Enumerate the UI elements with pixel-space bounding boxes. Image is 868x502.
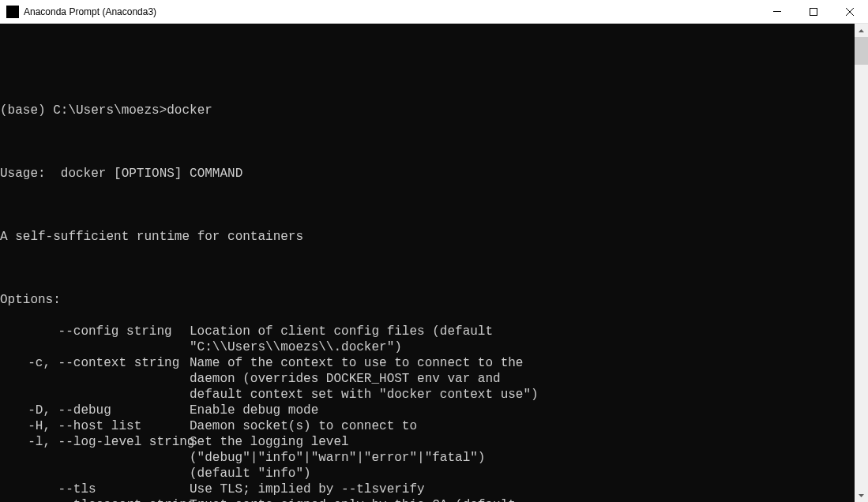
- terminal-output[interactable]: (base) C:\Users\moezs>docker Usage: dock…: [0, 24, 855, 502]
- option-desc: default context set with "docker context…: [0, 387, 539, 403]
- option-row: default context set with "docker context…: [0, 387, 855, 403]
- maximize-icon: [810, 8, 817, 16]
- option-desc: "C:\\Users\\moezs\\.docker"): [0, 339, 402, 355]
- option-desc: Enable debug mode: [190, 403, 318, 418]
- option-row: -c, --context stringName of the context …: [0, 355, 855, 371]
- option-row: --tlscacert stringTrust certs signed onl…: [0, 497, 855, 502]
- option-desc: ("debug"|"info"|"warn"|"error"|"fatal"): [0, 450, 485, 466]
- option-row: ("debug"|"info"|"warn"|"error"|"fatal"): [0, 450, 855, 466]
- svg-marker-5: [859, 494, 864, 497]
- close-icon: [846, 8, 854, 16]
- chevron-down-icon: [859, 494, 864, 497]
- option-row: -l, --log-level stringSet the logging le…: [0, 434, 855, 450]
- scrollbar[interactable]: [855, 24, 868, 502]
- option-flag: --tls: [0, 481, 190, 497]
- svg-rect-0: [773, 11, 781, 12]
- option-desc: Name of the context to use to connect to…: [190, 355, 523, 371]
- option-desc: daemon (overrides DOCKER_HOST env var an…: [0, 371, 501, 387]
- svg-marker-4: [859, 29, 864, 32]
- title-bar[interactable]: Anaconda Prompt (Anaconda3): [0, 0, 868, 24]
- option-row: daemon (overrides DOCKER_HOST env var an…: [0, 371, 855, 387]
- scroll-up-button[interactable]: [855, 24, 868, 37]
- option-row: -H, --host listDaemon socket(s) to conne…: [0, 418, 855, 434]
- maximize-button[interactable]: [795, 0, 832, 24]
- option-row: (default "info"): [0, 466, 855, 481]
- option-desc: Use TLS; implied by --tlsverify: [190, 481, 425, 497]
- option-desc: Daemon socket(s) to connect to: [190, 418, 417, 434]
- usage-line: Usage: docker [OPTIONS] COMMAND: [0, 166, 855, 182]
- option-row: "C:\\Users\\moezs\\.docker"): [0, 339, 855, 355]
- options-list: --config stringLocation of client config…: [0, 324, 855, 502]
- svg-rect-1: [810, 8, 817, 15]
- option-row: --tlsUse TLS; implied by --tlsverify: [0, 481, 855, 497]
- window-controls: [759, 0, 868, 24]
- option-flag: -D, --debug: [0, 403, 190, 418]
- option-flag: -l, --log-level string: [0, 434, 190, 450]
- option-flag: --config string: [0, 324, 190, 339]
- option-desc: Location of client config files (default: [190, 324, 493, 339]
- option-desc: Set the logging level: [190, 434, 349, 450]
- option-desc: (default "info"): [0, 466, 311, 481]
- terminal-icon: [6, 6, 19, 18]
- option-flag: --tlscacert string: [0, 497, 190, 502]
- desc-line: A self-sufficient runtime for containers: [0, 229, 855, 245]
- minimize-icon: [773, 11, 781, 12]
- scroll-down-button[interactable]: [855, 489, 868, 502]
- chevron-up-icon: [859, 29, 864, 32]
- window-title: Anaconda Prompt (Anaconda3): [24, 6, 759, 17]
- options-header: Options:: [0, 292, 855, 308]
- option-row: -D, --debugEnable debug mode: [0, 403, 855, 418]
- minimize-button[interactable]: [759, 0, 795, 24]
- option-flag: -c, --context string: [0, 355, 190, 371]
- option-desc: Trust certs signed only by this CA (defa…: [190, 497, 516, 502]
- close-button[interactable]: [832, 0, 868, 24]
- scroll-thumb[interactable]: [855, 37, 868, 65]
- option-flag: -H, --host list: [0, 418, 190, 434]
- option-row: --config stringLocation of client config…: [0, 324, 855, 339]
- prompt-line: (base) C:\Users\moezs>docker: [0, 103, 855, 118]
